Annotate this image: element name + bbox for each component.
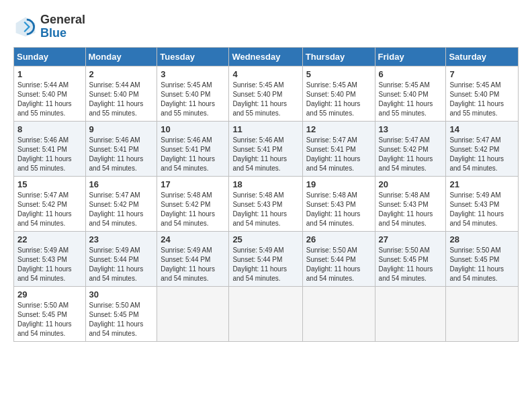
day-number: 11 bbox=[232, 124, 298, 134]
sunrise-text: Sunrise: 5:47 AM bbox=[379, 136, 430, 144]
calendar-cell: 12Sunrise: 5:47 AMSunset: 5:41 PMDayligh… bbox=[302, 121, 375, 176]
sunrise-text: Sunrise: 5:47 AM bbox=[89, 191, 140, 199]
sunset-text: Sunset: 5:40 PM bbox=[232, 91, 282, 98]
calendar-cell bbox=[157, 286, 229, 341]
calendar-cell: 10Sunrise: 5:46 AMSunset: 5:41 PMDayligh… bbox=[157, 121, 229, 176]
daylight-text: Daylight: 11 hours and 54 minutes. bbox=[379, 265, 433, 282]
calendar-cell: 7Sunrise: 5:45 AMSunset: 5:40 PMDaylight… bbox=[446, 66, 519, 121]
day-number: 25 bbox=[232, 234, 298, 244]
daylight-text: Daylight: 11 hours and 54 minutes. bbox=[89, 155, 144, 172]
sunset-text: Sunset: 5:42 PM bbox=[17, 201, 67, 208]
sunset-text: Sunset: 5:44 PM bbox=[161, 256, 210, 263]
sunrise-text: Sunrise: 5:49 AM bbox=[17, 246, 69, 254]
day-number: 1 bbox=[17, 69, 82, 79]
sunset-text: Sunset: 5:45 PM bbox=[17, 311, 67, 318]
sunset-text: Sunset: 5:42 PM bbox=[161, 201, 210, 208]
sunrise-text: Sunrise: 5:45 AM bbox=[379, 81, 430, 89]
calendar-cell: 15Sunrise: 5:47 AMSunset: 5:42 PMDayligh… bbox=[14, 176, 86, 231]
daylight-text: Daylight: 11 hours and 54 minutes. bbox=[17, 265, 72, 282]
calendar-cell: 9Sunrise: 5:46 AMSunset: 5:41 PMDaylight… bbox=[85, 121, 157, 176]
calendar-cell: 3Sunrise: 5:45 AMSunset: 5:40 PMDaylight… bbox=[157, 66, 229, 121]
daylight-text: Daylight: 11 hours and 55 minutes. bbox=[379, 100, 433, 117]
day-number: 8 bbox=[17, 124, 82, 134]
sunrise-text: Sunrise: 5:49 AM bbox=[89, 246, 140, 254]
sunrise-text: Sunrise: 5:46 AM bbox=[232, 136, 283, 144]
day-info: Sunrise: 5:45 AMSunset: 5:40 PMDaylight:… bbox=[161, 81, 225, 118]
day-number: 19 bbox=[306, 179, 371, 189]
calendar-cell: 8Sunrise: 5:46 AMSunset: 5:41 PMDaylight… bbox=[14, 121, 86, 176]
sunset-text: Sunset: 5:41 PM bbox=[232, 146, 282, 153]
calendar-cell: 21Sunrise: 5:49 AMSunset: 5:43 PMDayligh… bbox=[446, 176, 519, 231]
day-number: 7 bbox=[449, 69, 515, 79]
day-info: Sunrise: 5:45 AMSunset: 5:40 PMDaylight:… bbox=[449, 81, 515, 118]
day-number: 26 bbox=[306, 234, 371, 244]
calendar-cell: 5Sunrise: 5:45 AMSunset: 5:40 PMDaylight… bbox=[302, 66, 375, 121]
daylight-text: Daylight: 11 hours and 55 minutes. bbox=[17, 155, 72, 172]
calendar-cell: 16Sunrise: 5:47 AMSunset: 5:42 PMDayligh… bbox=[85, 176, 157, 231]
sunrise-text: Sunrise: 5:44 AM bbox=[17, 81, 69, 89]
day-info: Sunrise: 5:44 AMSunset: 5:40 PMDaylight:… bbox=[17, 81, 82, 118]
day-info: Sunrise: 5:49 AMSunset: 5:43 PMDaylight:… bbox=[449, 191, 515, 228]
daylight-text: Daylight: 11 hours and 54 minutes. bbox=[306, 265, 361, 282]
day-info: Sunrise: 5:49 AMSunset: 5:44 PMDaylight:… bbox=[89, 246, 154, 283]
day-info: Sunrise: 5:45 AMSunset: 5:40 PMDaylight:… bbox=[232, 81, 298, 118]
sunrise-text: Sunrise: 5:50 AM bbox=[17, 302, 69, 309]
sunrise-text: Sunrise: 5:46 AM bbox=[161, 136, 212, 144]
sunrise-text: Sunrise: 5:47 AM bbox=[17, 191, 69, 199]
sunset-text: Sunset: 5:44 PM bbox=[306, 256, 356, 263]
day-info: Sunrise: 5:50 AMSunset: 5:44 PMDaylight:… bbox=[306, 246, 371, 283]
calendar-cell: 22Sunrise: 5:49 AMSunset: 5:43 PMDayligh… bbox=[14, 231, 86, 286]
calendar-cell bbox=[375, 286, 446, 341]
calendar-cell: 27Sunrise: 5:50 AMSunset: 5:45 PMDayligh… bbox=[375, 231, 446, 286]
sunset-text: Sunset: 5:40 PM bbox=[17, 91, 67, 98]
day-info: Sunrise: 5:49 AMSunset: 5:44 PMDaylight:… bbox=[232, 246, 298, 283]
sunrise-text: Sunrise: 5:49 AM bbox=[232, 246, 283, 254]
calendar-week-1: 1Sunrise: 5:44 AMSunset: 5:40 PMDaylight… bbox=[14, 66, 519, 121]
sunset-text: Sunset: 5:41 PM bbox=[89, 146, 139, 153]
day-info: Sunrise: 5:48 AMSunset: 5:43 PMDaylight:… bbox=[306, 191, 371, 228]
logo-blue: Blue bbox=[40, 26, 66, 40]
sunset-text: Sunset: 5:40 PM bbox=[161, 91, 210, 98]
day-number: 12 bbox=[306, 124, 371, 134]
calendar-table: SundayMondayTuesdayWednesdayThursdayFrid… bbox=[13, 47, 519, 342]
sunset-text: Sunset: 5:43 PM bbox=[379, 201, 429, 208]
daylight-text: Daylight: 11 hours and 55 minutes. bbox=[161, 100, 215, 117]
svg-marker-0 bbox=[16, 17, 36, 36]
calendar-cell: 20Sunrise: 5:48 AMSunset: 5:43 PMDayligh… bbox=[375, 176, 446, 231]
sunrise-text: Sunrise: 5:48 AM bbox=[306, 191, 357, 199]
day-number: 27 bbox=[379, 234, 443, 244]
sunrise-text: Sunrise: 5:45 AM bbox=[161, 81, 212, 89]
daylight-text: Daylight: 11 hours and 55 minutes. bbox=[449, 100, 504, 117]
daylight-text: Daylight: 11 hours and 54 minutes. bbox=[379, 210, 433, 227]
day-number: 18 bbox=[232, 179, 298, 189]
sunrise-text: Sunrise: 5:50 AM bbox=[379, 246, 430, 254]
day-info: Sunrise: 5:47 AMSunset: 5:42 PMDaylight:… bbox=[89, 191, 154, 228]
day-number: 4 bbox=[232, 69, 298, 79]
daylight-text: Daylight: 11 hours and 54 minutes. bbox=[379, 155, 433, 172]
daylight-text: Daylight: 11 hours and 54 minutes. bbox=[232, 210, 287, 227]
day-info: Sunrise: 5:48 AMSunset: 5:43 PMDaylight:… bbox=[379, 191, 443, 228]
day-info: Sunrise: 5:50 AMSunset: 5:45 PMDaylight:… bbox=[379, 246, 443, 283]
sunset-text: Sunset: 5:43 PM bbox=[306, 201, 356, 208]
daylight-text: Daylight: 11 hours and 55 minutes. bbox=[232, 100, 287, 117]
calendar-cell: 17Sunrise: 5:48 AMSunset: 5:42 PMDayligh… bbox=[157, 176, 229, 231]
calendar-cell: 13Sunrise: 5:47 AMSunset: 5:42 PMDayligh… bbox=[375, 121, 446, 176]
sunset-text: Sunset: 5:40 PM bbox=[379, 91, 429, 98]
day-number: 20 bbox=[379, 179, 443, 189]
daylight-text: Daylight: 11 hours and 54 minutes. bbox=[161, 210, 215, 227]
daylight-text: Daylight: 11 hours and 54 minutes. bbox=[17, 320, 72, 337]
daylight-text: Daylight: 11 hours and 54 minutes. bbox=[449, 155, 504, 172]
day-info: Sunrise: 5:50 AMSunset: 5:45 PMDaylight:… bbox=[449, 246, 515, 283]
calendar-cell: 24Sunrise: 5:49 AMSunset: 5:44 PMDayligh… bbox=[157, 231, 229, 286]
calendar-cell: 28Sunrise: 5:50 AMSunset: 5:45 PMDayligh… bbox=[446, 231, 519, 286]
logo-icon bbox=[13, 15, 38, 39]
day-info: Sunrise: 5:44 AMSunset: 5:40 PMDaylight:… bbox=[89, 81, 154, 118]
sunset-text: Sunset: 5:44 PM bbox=[89, 256, 139, 263]
col-header-sunday: Sunday bbox=[14, 47, 86, 66]
col-header-friday: Friday bbox=[375, 47, 446, 66]
sunrise-text: Sunrise: 5:48 AM bbox=[161, 191, 212, 199]
col-header-saturday: Saturday bbox=[446, 47, 519, 66]
sunrise-text: Sunrise: 5:48 AM bbox=[232, 191, 283, 199]
daylight-text: Daylight: 11 hours and 55 minutes. bbox=[89, 100, 144, 117]
daylight-text: Daylight: 11 hours and 54 minutes. bbox=[89, 320, 144, 337]
